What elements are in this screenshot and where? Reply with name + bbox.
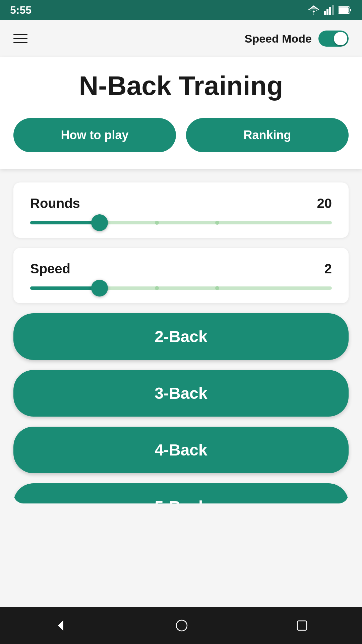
hamburger-menu-button[interactable] (13, 34, 27, 43)
rounds-value: 20 (317, 196, 332, 211)
speed-mode-container: Speed Mode (245, 31, 349, 47)
speed-slider-header: Speed 2 (30, 261, 332, 276)
rounds-slider-dot-1 (155, 221, 159, 225)
status-time: 5:55 (10, 4, 32, 16)
speed-slider-thumb[interactable] (91, 280, 108, 297)
rounds-label: Rounds (30, 196, 80, 211)
hamburger-line-2 (13, 38, 27, 39)
scroll-inner: Rounds 20 Speed 2 2-Back (0, 169, 362, 503)
wifi-icon (308, 5, 320, 15)
speed-slider-track[interactable] (30, 286, 332, 290)
svg-marker-9 (58, 620, 63, 631)
3-back-button[interactable]: 3-Back (13, 370, 349, 417)
svg-rect-3 (326, 9, 328, 15)
speed-slider-dot-1 (155, 286, 159, 290)
2-back-button[interactable]: 2-Back (13, 313, 349, 360)
status-bar: 5:55 (0, 0, 362, 20)
svg-rect-7 (350, 9, 351, 11)
ranking-button[interactable]: Ranking (186, 118, 349, 152)
hamburger-line-1 (13, 34, 27, 35)
rounds-slider-card: Rounds 20 (13, 182, 349, 238)
4-back-button[interactable]: 4-Back (13, 427, 349, 473)
5-back-button[interactable]: 5-Back (13, 483, 349, 503)
svg-rect-5 (332, 5, 334, 15)
rounds-slider-track[interactable] (30, 221, 332, 224)
app-bar: Speed Mode (0, 20, 362, 57)
rounds-slider-thumb[interactable] (91, 214, 108, 231)
speed-slider-fill (30, 286, 100, 290)
action-buttons: How to play Ranking (13, 118, 349, 152)
status-icons (308, 5, 352, 15)
home-icon (176, 620, 188, 632)
scroll-area: Rounds 20 Speed 2 2-Back (0, 169, 362, 607)
svg-rect-11 (297, 621, 307, 630)
5-back-partial-container: 5-Back (13, 483, 349, 503)
bottom-nav (0, 607, 362, 644)
rounds-slider-dot-2 (215, 221, 219, 225)
hamburger-line-3 (13, 42, 27, 43)
speed-mode-label: Speed Mode (245, 32, 312, 45)
signal-icon (324, 5, 334, 15)
how-to-play-button[interactable]: How to play (13, 118, 176, 152)
header-card: N-Back Training How to play Ranking (0, 57, 362, 169)
speed-slider-card: Speed 2 (13, 248, 349, 303)
battery-icon (338, 6, 352, 14)
svg-point-10 (176, 620, 187, 631)
svg-rect-2 (324, 11, 326, 15)
speed-slider-dot-2 (215, 286, 219, 290)
recents-icon (296, 620, 308, 632)
back-icon (54, 619, 67, 632)
back-nav-button[interactable] (54, 619, 67, 632)
recents-nav-button[interactable] (296, 620, 308, 632)
svg-rect-4 (329, 7, 331, 15)
home-nav-button[interactable] (176, 620, 188, 632)
svg-rect-8 (339, 7, 349, 13)
speed-value: 2 (324, 261, 332, 276)
rounds-slider-fill (30, 221, 100, 224)
speed-mode-toggle[interactable] (318, 31, 349, 47)
speed-label: Speed (30, 261, 70, 276)
app-title: N-Back Training (13, 70, 349, 101)
rounds-slider-header: Rounds 20 (30, 196, 332, 211)
